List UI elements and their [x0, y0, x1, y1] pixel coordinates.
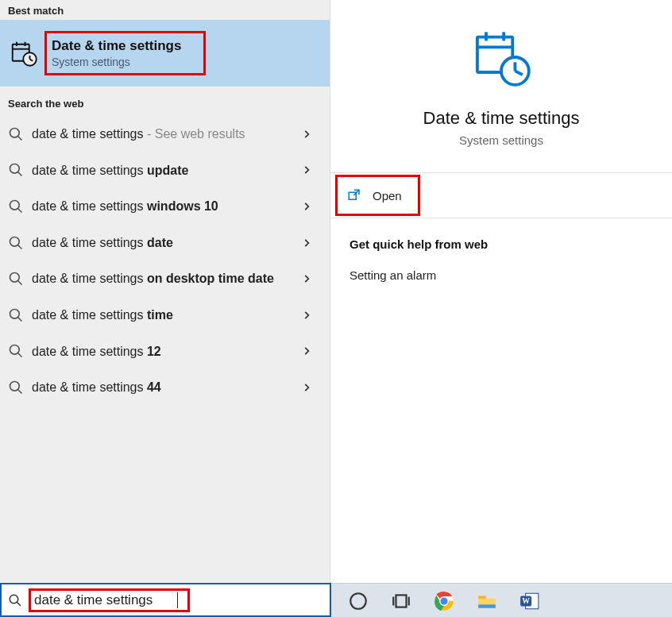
svg-line-18	[18, 317, 22, 321]
open-icon	[347, 188, 361, 202]
web-result-item[interactable]: date & time settings update	[0, 152, 330, 189]
chevron-right-icon	[301, 273, 312, 284]
chevron-right-icon	[301, 129, 312, 140]
svg-line-12	[18, 208, 22, 212]
svg-point-21	[10, 381, 20, 391]
taskbar-icons: W	[342, 584, 540, 617]
best-match-label: Best match	[0, 0, 330, 20]
detail-subtitle: System settings	[330, 133, 672, 147]
search-web-label: Search the web	[0, 87, 330, 113]
svg-point-9	[10, 164, 20, 174]
web-results-list: date & time settings - See web resultsda…	[0, 113, 330, 406]
svg-rect-42	[478, 604, 496, 607]
search-icon	[8, 593, 22, 607]
text-caret	[177, 592, 178, 608]
web-result-text: date & time settings date	[32, 234, 295, 252]
web-result-text: date & time settings 12	[32, 343, 295, 361]
chevron-right-icon	[301, 345, 312, 357]
web-result-text: date & time settings on desktop time dat…	[32, 270, 295, 287]
web-result-text: date & time settings update	[32, 162, 295, 179]
task-view-icon[interactable]	[391, 591, 411, 611]
best-match-item[interactable]: Date & time settings System settings	[0, 20, 330, 87]
web-result-text: date & time settings - See web results	[32, 125, 295, 143]
cortana-icon[interactable]	[348, 591, 369, 611]
svg-rect-41	[478, 596, 486, 598]
detail-title: Date & time settings	[330, 108, 672, 129]
open-label: Open	[373, 189, 402, 202]
search-icon	[8, 199, 24, 214]
chrome-icon[interactable]	[434, 591, 454, 611]
web-result-text: date & time settings time	[32, 307, 295, 324]
web-result-text: date & time settings windows 10	[32, 198, 295, 215]
svg-point-17	[10, 309, 20, 318]
search-icon	[8, 343, 24, 359]
file-explorer-icon[interactable]	[477, 591, 497, 611]
open-row: Open	[330, 172, 672, 218]
taskbar: W	[0, 583, 672, 617]
detail-panel: Date & time settings System settings Ope…	[330, 0, 672, 583]
svg-point-32	[10, 595, 18, 604]
search-icon	[8, 380, 24, 395]
web-result-item[interactable]: date & time settings time	[0, 297, 330, 334]
svg-point-34	[350, 593, 366, 609]
search-icon	[8, 126, 24, 142]
web-result-item[interactable]: date & time settings 44	[0, 369, 330, 406]
date-time-icon	[10, 39, 38, 67]
search-icon	[8, 271, 24, 287]
taskbar-search-box[interactable]	[0, 583, 331, 617]
svg-line-33	[17, 602, 21, 606]
quick-help-title: Get quick help from web	[350, 237, 653, 251]
svg-line-16	[18, 281, 22, 285]
svg-line-10	[18, 172, 22, 176]
open-button[interactable]: Open	[335, 175, 420, 216]
chevron-right-icon	[301, 237, 312, 249]
svg-point-19	[10, 345, 20, 355]
web-result-item[interactable]: date & time settings on desktop time dat…	[0, 260, 330, 297]
web-result-text: date & time settings 44	[32, 379, 295, 396]
chevron-right-icon	[301, 201, 312, 212]
best-match-subtitle: System settings	[52, 56, 181, 68]
web-result-item[interactable]: date & time settings windows 10	[0, 188, 330, 225]
svg-point-11	[10, 200, 20, 210]
quick-help-item[interactable]: Setting an alarm	[350, 268, 653, 282]
chevron-right-icon	[301, 382, 312, 393]
svg-point-15	[10, 273, 20, 283]
svg-point-7	[10, 128, 20, 137]
svg-line-14	[18, 245, 22, 249]
search-input[interactable]	[34, 592, 177, 608]
svg-point-13	[10, 237, 20, 246]
best-match-highlight-box: Date & time settings System settings	[44, 31, 206, 75]
svg-text:W: W	[522, 596, 530, 605]
search-icon	[8, 307, 24, 323]
detail-header-icon-wrap	[330, 0, 672, 91]
date-time-icon	[471, 27, 531, 87]
best-match-title: Date & time settings	[52, 38, 181, 54]
word-icon[interactable]: W	[519, 591, 540, 611]
web-result-item[interactable]: date & time settings - See web results	[0, 116, 330, 152]
svg-rect-35	[396, 595, 407, 607]
search-icon	[8, 162, 24, 178]
svg-line-22	[18, 389, 22, 393]
svg-point-27	[501, 57, 529, 85]
chevron-right-icon	[301, 164, 312, 175]
svg-line-20	[18, 353, 22, 357]
web-result-item[interactable]: date & time settings date	[0, 225, 330, 261]
search-input-highlight-box	[29, 588, 190, 612]
search-results-panel: Best match Date & time settings System s…	[0, 0, 330, 583]
web-result-item[interactable]: date & time settings 12	[0, 334, 330, 370]
search-icon	[8, 235, 24, 251]
svg-point-40	[440, 597, 447, 604]
chevron-right-icon	[301, 310, 312, 321]
quick-help-section: Get quick help from web Setting an alarm	[330, 218, 672, 282]
svg-line-8	[18, 136, 22, 140]
